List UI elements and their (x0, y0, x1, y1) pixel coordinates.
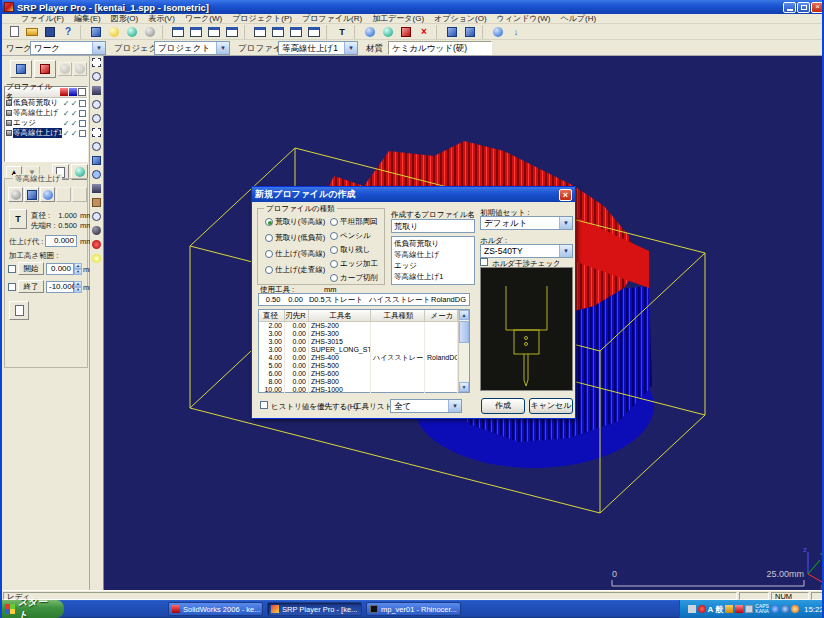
menu-view[interactable]: 表示(V) (143, 13, 180, 24)
restore-button[interactable] (797, 2, 810, 13)
tool-row[interactable]: 6.000.00ZHS-600 (259, 370, 469, 378)
work-combo[interactable]: ワーク ▼ (30, 41, 106, 55)
iso-view-window-button[interactable] (223, 24, 241, 39)
project-combo[interactable]: プロジェクト ▼ (154, 41, 230, 55)
spin-down-icon[interactable]: ▼ (74, 269, 82, 275)
edit-window-button[interactable] (269, 24, 287, 39)
tool-row[interactable]: 5.000.00ZHS-500 (259, 362, 469, 370)
hand-button[interactable] (90, 196, 103, 209)
curve-mode-button[interactable] (40, 187, 55, 202)
output-checkbox[interactable] (79, 110, 86, 117)
profile-name-input[interactable]: 荒取り (391, 219, 475, 233)
open-file-button[interactable] (23, 24, 41, 39)
start-height-input[interactable]: 0.000 (46, 263, 74, 275)
solid-view-button[interactable] (397, 24, 415, 39)
pan-button[interactable] (90, 84, 103, 97)
menu-edit[interactable]: 編集(E) (69, 13, 106, 24)
radio-rest-machining[interactable]: 取り残し (330, 245, 370, 255)
close-button[interactable]: × (811, 2, 824, 13)
print-button[interactable] (87, 24, 105, 39)
cascade-window-button[interactable] (287, 24, 305, 39)
tray-network-icon[interactable] (771, 605, 779, 613)
tool-select-button[interactable]: T (9, 209, 27, 229)
tool-list-combo[interactable]: 全て ▼ (390, 399, 462, 413)
holder-combo[interactable]: ZS-540TY ▼ (480, 244, 573, 258)
new-file-button[interactable] (5, 24, 23, 39)
menu-file[interactable]: ファイル(F) (16, 13, 69, 24)
end-height-input[interactable]: -10.000 (46, 281, 74, 293)
output-checkbox[interactable] (79, 130, 86, 137)
ime-caps-kana-indicator[interactable]: CAPS KANA (755, 604, 769, 614)
globe-view-button[interactable] (379, 24, 397, 39)
chevron-down-icon[interactable]: ▼ (559, 217, 572, 229)
profile-row-selected[interactable]: 等高線仕上げ1 ✓ ✓ (5, 128, 87, 138)
ime-conversion-mode[interactable]: 般 (715, 604, 723, 615)
tool-row[interactable]: 3.000.00ZHS-3015 (259, 338, 469, 346)
col-header-type[interactable]: 工具種類 (371, 310, 425, 322)
radio-roughing-lowload[interactable]: 荒取り(低負荷) (265, 233, 325, 243)
top-view-window-button[interactable] (187, 24, 205, 39)
menu-project[interactable]: プロジェクト(P) (227, 13, 297, 24)
scroll-up-icon[interactable]: ▲ (459, 310, 469, 320)
tray-alert-icon[interactable] (735, 605, 743, 613)
col-header-dia[interactable]: 直径 (259, 310, 285, 322)
create-toolpath-button[interactable] (10, 60, 32, 78)
profile-row[interactable]: 低負荷荒取り ✓ ✓ (5, 98, 87, 108)
pick-tool-button[interactable] (443, 24, 461, 39)
scroll-thumb[interactable] (459, 321, 469, 343)
col-header-tip[interactable]: 刃先R (285, 310, 309, 322)
chevron-down-icon[interactable]: ▼ (92, 42, 105, 54)
tray-help-icon[interactable] (745, 605, 753, 613)
move-button[interactable] (90, 182, 103, 195)
solid-mode-button[interactable] (24, 187, 39, 202)
side-view-window-button[interactable] (205, 24, 223, 39)
scroll-down-icon[interactable]: ▼ (459, 382, 469, 392)
start-checkbox[interactable] (8, 265, 16, 273)
chevron-down-icon[interactable]: ▼ (216, 42, 229, 54)
save-button[interactable] (41, 24, 59, 39)
help-button[interactable]: ? (59, 24, 77, 39)
existing-profile-item[interactable]: 低負荷荒取り (394, 238, 472, 249)
profile-row[interactable]: 等高線仕上げ ✓ ✓ (5, 108, 87, 118)
fit-view-button[interactable] (90, 168, 103, 181)
menu-help[interactable]: ヘルプ(H) (555, 13, 601, 24)
radio-finishing-contour[interactable]: 仕上げ(等高線) (265, 249, 325, 259)
menu-window[interactable]: ウィンドウ(W) (492, 13, 556, 24)
tool-row[interactable]: 8.000.00ZHS-800 (259, 378, 469, 386)
existing-profile-item[interactable]: エッジ (394, 260, 472, 271)
tray-tool-icon[interactable] (725, 605, 733, 613)
tool-table[interactable]: 直径 刃先R 工具名 工具種類 メーカー 2.000.00ZHS-200 3.0… (258, 309, 470, 393)
tool-row[interactable]: 3.000.00SUPER_LONG_STF (259, 346, 469, 354)
radio-finishing-scanline[interactable]: 仕上げ(走査線) (265, 265, 325, 275)
create-button[interactable]: 作成 (481, 398, 525, 414)
menu-profile[interactable]: プロファイル(R) (297, 13, 367, 24)
menu-options[interactable]: オプション(O) (429, 13, 492, 24)
tool-row[interactable]: 2.000.00ZHS-200 (259, 322, 469, 330)
profile-combo[interactable]: 等高線仕上げ1 ▼ (278, 41, 358, 55)
workpiece-button[interactable] (105, 24, 123, 39)
preset-combo[interactable]: デフォルト ▼ (480, 216, 573, 230)
menu-shape[interactable]: 図形(O) (106, 13, 144, 24)
orbit-button[interactable] (90, 70, 103, 83)
menu-toolpath[interactable]: 加工データ(G) (367, 13, 429, 24)
iso-cube-button[interactable] (90, 154, 103, 167)
zoom-in-button[interactable] (90, 98, 103, 111)
profile-row[interactable]: エッジ ✓ ✓ (5, 118, 87, 128)
create-all-toolpath-button[interactable] (34, 60, 56, 78)
tool-table-header[interactable]: 直径 刃先R 工具名 工具種類 メーカー (259, 310, 469, 322)
radio-edge-machining[interactable]: エッジ加工 (330, 259, 378, 269)
surface-mode-button[interactable] (8, 187, 23, 202)
output-settings-button[interactable] (9, 301, 29, 320)
tool-row[interactable]: 3.000.00ZHS-300 (259, 330, 469, 338)
existing-profiles-list[interactable]: 低負荷荒取り 等高線仕上げ エッジ 等高線仕上げ1 (391, 236, 475, 285)
end-checkbox[interactable] (8, 283, 16, 291)
end-button[interactable]: 終了 (18, 280, 44, 293)
radio-roughing-contour[interactable]: 荒取り(等高線) (265, 217, 325, 227)
tool-table-scrollbar[interactable]: ▲ ▼ (458, 310, 469, 392)
cancel-button[interactable]: キャンセル (529, 398, 573, 414)
task-solidworks[interactable]: SolidWorks 2006 - ke... (168, 602, 263, 616)
menu-work[interactable]: ワーク(W) (180, 13, 227, 24)
radio-curve-cutting[interactable]: カーブ切削 (330, 273, 378, 283)
new-window-button[interactable] (251, 24, 269, 39)
dialog-title-bar[interactable]: 新規プロファイルの作成 × (252, 187, 575, 202)
